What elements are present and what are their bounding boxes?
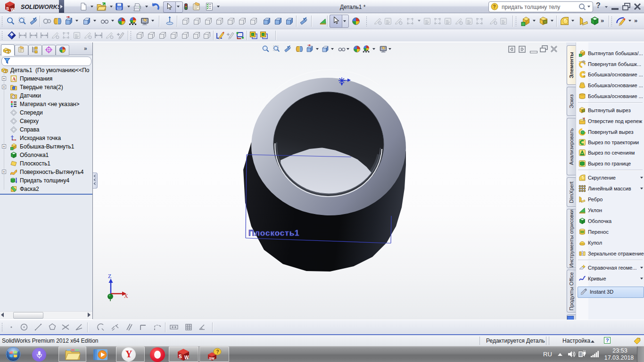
svg-text:Z: Z <box>108 273 111 280</box>
svg-text:S: S <box>6 6 9 11</box>
svg-text:X: X <box>124 293 128 299</box>
svg-text:W: W <box>11 7 15 12</box>
svg-text:?: ? <box>493 4 496 9</box>
svg-text:Плоскость1: Плоскость1 <box>248 229 300 238</box>
svg-text:SW: SW <box>209 357 215 360</box>
svg-text:S: S <box>179 354 182 359</box>
svg-text:?: ? <box>216 349 219 354</box>
svg-text:W: W <box>184 355 189 360</box>
